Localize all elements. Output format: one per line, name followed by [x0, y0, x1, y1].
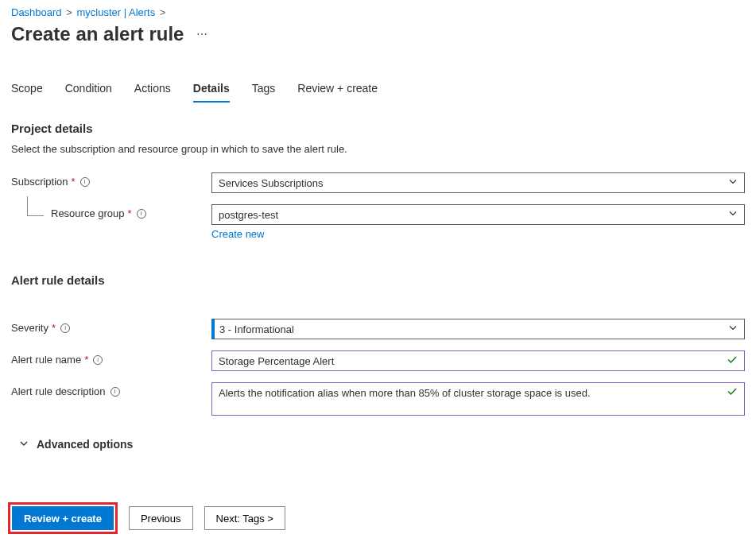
- chevron-down-icon: [728, 209, 738, 221]
- required-indicator: *: [72, 176, 76, 188]
- chevron-down-icon: [728, 177, 738, 189]
- subscription-label: Subscription * i: [11, 172, 211, 188]
- tab-review-create[interactable]: Review + create: [297, 77, 378, 103]
- check-icon: [727, 386, 738, 400]
- alert-rule-name-label: Alert rule name * i: [11, 350, 211, 366]
- create-new-link[interactable]: Create new: [211, 228, 264, 240]
- info-icon[interactable]: i: [137, 209, 146, 219]
- tab-scope[interactable]: Scope: [11, 77, 43, 103]
- severity-label: Severity * i: [11, 319, 211, 334]
- severity-select[interactable]: 3 - Informational: [211, 319, 745, 339]
- required-indicator: *: [52, 322, 56, 334]
- chevron-down-icon: [728, 323, 738, 335]
- tab-condition[interactable]: Condition: [65, 77, 112, 103]
- page-title: Create an alert rule: [11, 23, 184, 45]
- more-actions-button[interactable]: ⋯: [193, 25, 211, 44]
- breadcrumb-separator: >: [66, 6, 72, 18]
- alert-rule-name-input[interactable]: Storage Percentage Alert: [211, 350, 745, 371]
- resource-group-select[interactable]: postgres-test: [211, 204, 745, 225]
- info-icon[interactable]: i: [60, 323, 70, 333]
- next-button[interactable]: Next: Tags >: [204, 506, 285, 530]
- tabs: Scope Condition Actions Details Tags Rev…: [0, 53, 756, 103]
- review-create-button[interactable]: Review + create: [12, 506, 114, 530]
- page-header: Create an alert rule ⋯: [0, 21, 756, 53]
- breadcrumb-separator: >: [160, 6, 166, 18]
- alert-rule-description-label: Alert rule description i: [11, 382, 211, 397]
- required-indicator: *: [84, 354, 88, 366]
- footer: Review + create Previous Next: Tags >: [8, 502, 285, 534]
- previous-button[interactable]: Previous: [129, 506, 193, 530]
- info-icon[interactable]: i: [93, 355, 103, 365]
- alert-rule-description-input[interactable]: Alerts the notification alias when more …: [211, 382, 745, 416]
- resource-group-label: Resource group * i: [11, 204, 211, 219]
- breadcrumb-item-mycluster[interactable]: mycluster | Alerts: [76, 6, 155, 18]
- info-icon[interactable]: i: [110, 387, 120, 397]
- tab-tags[interactable]: Tags: [252, 77, 276, 103]
- breadcrumb: Dashboard > mycluster | Alerts >: [0, 0, 756, 21]
- breadcrumb-item-dashboard[interactable]: Dashboard: [11, 6, 62, 18]
- required-indicator: *: [128, 207, 132, 219]
- advanced-options-toggle[interactable]: Advanced options: [11, 438, 745, 451]
- section-title-project-details: Project details: [11, 122, 745, 135]
- tab-actions[interactable]: Actions: [134, 77, 171, 103]
- section-description-project-details: Select the subscription and resource gro…: [11, 143, 745, 155]
- check-icon: [727, 354, 738, 368]
- info-icon[interactable]: i: [80, 177, 90, 187]
- highlight-annotation: Review + create: [8, 502, 118, 534]
- subscription-select[interactable]: Services Subscriptions: [211, 172, 745, 193]
- section-title-alert-rule-details: Alert rule details: [11, 273, 745, 287]
- tab-details[interactable]: Details: [193, 77, 230, 103]
- advanced-options-label: Advanced options: [37, 438, 133, 451]
- chevron-down-icon: [19, 439, 29, 451]
